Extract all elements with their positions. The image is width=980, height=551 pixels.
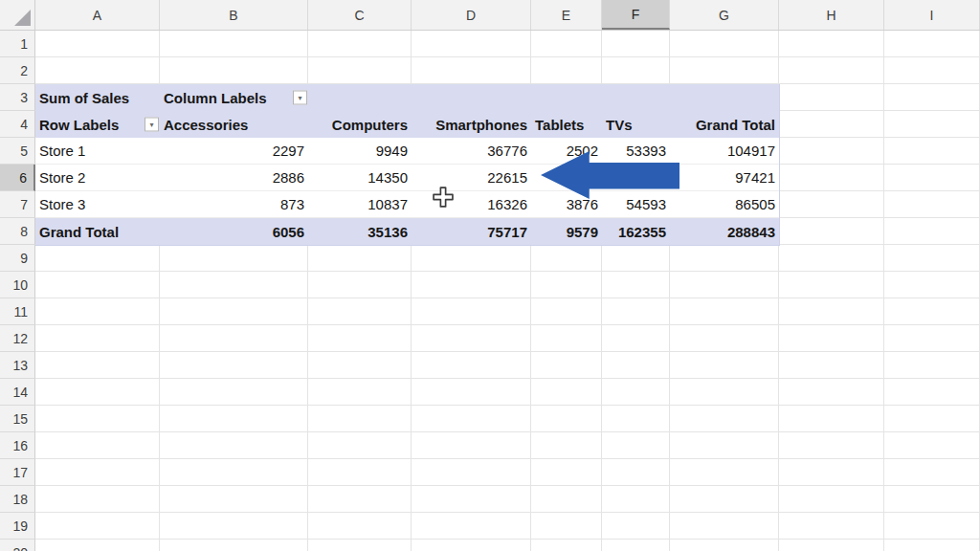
row-header-5[interactable]: 5 [0,138,35,165]
pivot-cell-B8[interactable]: 6056 [160,218,308,245]
pivot-cell-C6[interactable]: 14350 [308,165,412,190]
row-header-13[interactable]: 13 [0,352,35,379]
cell-text: 35136 [368,224,408,240]
pivot-cell-A5[interactable]: Store 1 [35,138,160,164]
row-header-19[interactable]: 19 [0,513,35,540]
pivot-cell-F8[interactable]: 162355 [602,218,670,245]
pivot-cell-B5[interactable]: 2297 [160,138,308,164]
pivot-cell-A6[interactable]: Store 2 [35,165,160,190]
cell-text: Store 2 [39,169,85,186]
cell-text: TVs [606,117,633,133]
row-header-10[interactable]: 10 [0,272,35,298]
column-header-B[interactable]: B [160,0,308,30]
column-headers: ABCDEFGHI [0,0,980,31]
row-header-8[interactable]: 8 [0,218,35,245]
column-header-F[interactable]: F [602,0,670,30]
gridline-horizontal [35,271,980,272]
pivot-row-4: Row Labels▾AccessoriesComputersSmartphon… [35,111,779,138]
gridline-horizontal [35,405,980,406]
pivot-cell-B6[interactable]: 2886 [160,165,308,190]
pivot-cell-G8[interactable]: 288843 [670,218,779,245]
pivot-cell-B3[interactable]: Column Labels▾ [160,84,308,111]
column-header-C[interactable]: C [308,0,412,30]
cell-text: 16326 [487,196,527,212]
row-header-4[interactable]: 4 [0,111,35,138]
column-header-H[interactable]: H [779,0,884,30]
cell-text: Row Labels [39,117,119,133]
pivot-cell-C4[interactable]: Computers [308,111,412,138]
pivot-cell-D7[interactable]: 16326 [412,191,531,217]
pivot-cell-E5[interactable]: 2502 [531,138,602,164]
pivot-cell-G7[interactable]: 86505 [670,191,779,217]
row-header-14[interactable]: 14 [0,379,35,406]
row-header-12[interactable]: 12 [0,325,35,352]
pivot-cell-E7[interactable]: 3876 [531,191,602,217]
column-header-D[interactable]: D [412,0,531,30]
pivot-cell-A8[interactable]: Grand Total [35,218,160,245]
column-labels-filter-button[interactable]: ▾ [293,91,307,105]
pivot-cell-A3[interactable]: Sum of Sales [35,84,160,111]
column-header-A[interactable]: A [35,0,160,30]
row-header-6[interactable]: 6 [0,165,35,191]
pivot-cell-B4[interactable]: Accessories [160,111,308,138]
pivot-row-7: Store 3873108371632638765459386505 [35,191,779,218]
pivot-cell-D8[interactable]: 75717 [412,218,531,245]
pivot-cell-C5[interactable]: 9949 [308,138,412,164]
row-header-9[interactable]: 9 [0,245,35,272]
cell-text: 3876 [567,196,598,212]
row-header-2[interactable]: 2 [0,57,35,84]
cell-text: 9949 [376,143,408,159]
cell-text: 36776 [487,143,527,159]
row-header-18[interactable]: 18 [0,486,35,513]
cell-text: Accessories [164,117,248,133]
column-header-G[interactable]: G [670,0,779,30]
cell-text: 54593 [626,196,666,212]
pivot-row-3: Sum of SalesColumn Labels▾ [35,84,779,111]
pivot-cell-G5[interactable]: 104917 [670,138,779,164]
pivot-cell-E4[interactable]: Tablets [531,111,602,138]
cell-text: Grand Total [696,117,775,133]
cell-text: Column Labels [164,90,267,106]
row-header-17[interactable]: 17 [0,459,35,486]
cell-text: 873 [280,196,304,212]
pivot-cell-D5[interactable]: 36776 [412,138,531,164]
cell-text: Store 3 [39,196,85,212]
pivot-cell-F4[interactable]: TVs [602,111,670,138]
gridline-horizontal [35,351,980,352]
gridline-horizontal [35,458,980,459]
row-labels-filter-button[interactable]: ▾ [145,118,159,132]
pivot-cell-C7[interactable]: 10837 [308,191,412,217]
row-header-1[interactable]: 1 [0,31,35,57]
cell-text: Store 1 [39,143,85,159]
pivot-cell-E8[interactable]: 9579 [531,218,602,245]
column-header-E[interactable]: E [531,0,602,30]
cell-text: 2886 [273,169,304,186]
pivot-cell-A4[interactable]: Row Labels▾ [35,111,160,138]
row-header-16[interactable]: 16 [0,432,35,459]
cell-text: 53393 [626,143,666,159]
pivot-cell-F5[interactable]: 53393 [602,138,670,164]
cell-cross-cursor-icon [433,187,454,208]
row-header-7[interactable]: 7 [0,191,35,218]
pivot-cell-A7[interactable]: Store 3 [35,191,160,217]
pivot-cell-C8[interactable]: 35136 [308,218,412,245]
select-all-corner[interactable] [0,0,35,30]
pivot-cell-D6[interactable]: 22615 [412,165,531,190]
row-header-3[interactable]: 3 [0,84,35,111]
pivot-cell-F7[interactable]: 54593 [602,191,670,217]
cell-text: Tablets [535,117,584,133]
cell-text: 75717 [487,224,527,240]
column-header-I[interactable]: I [884,0,980,30]
select-all-triangle-icon [14,10,31,26]
gridline-horizontal [35,298,980,298]
gridline-horizontal [35,539,980,540]
row-header-15[interactable]: 15 [0,406,35,432]
row-header-20[interactable]: 20 [0,540,35,551]
pivot-cell-G4[interactable]: Grand Total [670,111,779,138]
row-header-11[interactable]: 11 [0,298,35,325]
cell-text: 104917 [727,143,775,159]
pivot-cell-B7[interactable]: 873 [160,191,308,217]
pivot-cell-G6[interactable]: 97421 [670,165,779,190]
gridline-horizontal [35,431,980,432]
pivot-cell-D4[interactable]: Smartphones [412,111,531,138]
